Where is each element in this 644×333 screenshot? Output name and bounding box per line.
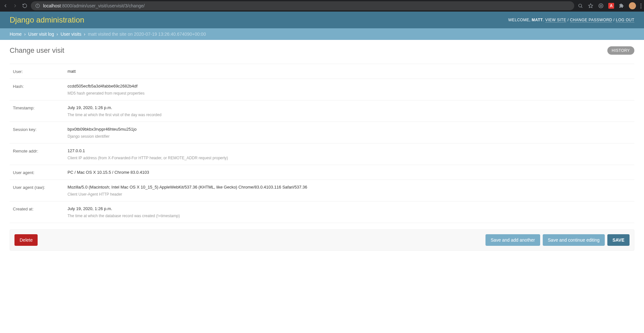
extension-puzzle-icon[interactable] [619, 3, 624, 9]
username: MATT [532, 18, 543, 22]
field-label: Created at: [13, 206, 68, 211]
form-row: Timestamp:July 19, 2020, 1:26 p.m.The ti… [10, 100, 634, 122]
field-help: Client User-Agent HTTP header [68, 192, 634, 197]
profile-avatar[interactable] [629, 2, 636, 9]
url-path: :8000/admin/user_visit/uservisit/3/chang… [61, 3, 145, 8]
svg-point-6 [599, 4, 603, 8]
save-continue-button[interactable] [543, 234, 605, 246]
field-label: User agent: [13, 170, 68, 175]
extension-a-icon[interactable]: A [608, 3, 614, 9]
content: Change user visit HISTORY User:mattHash:… [0, 40, 644, 260]
form-row: Hash:ccdd505ecfb5a3d4fabbe69c2682b4dfMD5… [10, 79, 634, 100]
url-bar[interactable]: localhost:8000/admin/user_visit/uservisi… [31, 1, 574, 10]
field-value: July 19, 2020, 1:26 p.m. [68, 105, 634, 110]
logout-link[interactable]: LOG OUT [616, 18, 634, 23]
breadcrumbs: Home › User visit log › User visits › ma… [0, 28, 644, 40]
delete-button[interactable]: Delete [14, 234, 38, 246]
field-label: Timestamp: [13, 105, 68, 110]
field-label: User: [13, 69, 68, 74]
svg-marker-5 [588, 4, 593, 8]
form-row: User:matt [10, 64, 634, 79]
browser-chrome: localhost:8000/admin/user_visit/uservisi… [0, 0, 644, 12]
submit-row: Delete [10, 229, 634, 251]
fieldset: User:mattHash:ccdd505ecfb5a3d4fabbe69c26… [10, 61, 634, 223]
svg-point-7 [600, 5, 602, 6]
field-help: The time at which the first visit of the… [68, 113, 634, 117]
save-button[interactable] [607, 234, 630, 246]
form-row: User agent (raw):Mozilla/5.0 (Macintosh;… [10, 180, 634, 201]
view-site-link[interactable]: VIEW SITE [545, 18, 566, 23]
field-value: matt [68, 69, 634, 74]
svg-point-2 [38, 5, 38, 5]
zoom-icon[interactable] [577, 3, 583, 9]
svg-line-4 [581, 7, 582, 8]
field-box: bpx0tb09bkbx3rvppr46hteu5mu251joDjango s… [68, 126, 634, 139]
breadcrumb-model[interactable]: User visits [60, 32, 81, 37]
breadcrumb-current: matt visited the site on 2020-07-19 13:2… [88, 32, 206, 37]
field-box: PC / Mac OS X 10.15.5 / Chrome 83.0.4103 [68, 170, 634, 175]
field-box: July 19, 2020, 1:26 p.m.The time at whic… [68, 206, 634, 218]
content-header: Change user visit HISTORY [10, 46, 634, 55]
form-row: Session key:bpx0tb09bkbx3rvppr46hteu5mu2… [10, 122, 634, 143]
field-value: PC / Mac OS X 10.15.5 / Chrome 83.0.4103 [68, 170, 634, 175]
star-icon[interactable] [588, 3, 594, 9]
breadcrumb-sep: › [23, 32, 27, 37]
reload-icon[interactable] [22, 3, 28, 9]
field-box: matt [68, 69, 634, 74]
form-row: Remote addr:127.0.0.1Client IP address (… [10, 143, 634, 165]
django-header: Django administration WELCOME, MATT. VIE… [0, 12, 644, 28]
nav-arrows [3, 3, 28, 9]
menu-dots-icon[interactable] [640, 4, 641, 8]
field-help: MD5 hash generated from request properti… [68, 91, 634, 96]
field-label: Session key: [13, 126, 68, 132]
field-label: User agent (raw): [13, 184, 68, 190]
form-row: Created at:July 19, 2020, 1:26 p.m.The t… [10, 201, 634, 223]
field-value: July 19, 2020, 1:26 p.m. [68, 206, 634, 211]
field-help: The time at which the database record wa… [68, 214, 634, 218]
url-host: localhost [43, 3, 61, 8]
field-value: Mozilla/5.0 (Macintosh; Intel Mac OS X 1… [68, 184, 634, 190]
field-box: 127.0.0.1Client IP address (from X-Forwa… [68, 148, 634, 160]
field-box: July 19, 2020, 1:26 p.m.The time at whic… [68, 105, 634, 117]
forward-icon[interactable] [12, 3, 18, 9]
field-help: Client IP address (from X-Forwarded-For … [68, 156, 634, 160]
save-add-another-button[interactable] [485, 234, 540, 246]
field-box: Mozilla/5.0 (Macintosh; Intel Mac OS X 1… [68, 184, 634, 197]
field-value: 127.0.0.1 [68, 148, 634, 153]
breadcrumb-home[interactable]: Home [10, 32, 22, 37]
field-value: bpx0tb09bkbx3rvppr46hteu5mu251jo [68, 126, 634, 132]
chrome-right: A [577, 2, 641, 9]
history-button[interactable]: HISTORY [607, 46, 634, 55]
change-form: User:mattHash:ccdd505ecfb5a3d4fabbe69c26… [10, 61, 634, 251]
form-row: User agent:PC / Mac OS X 10.15.5 / Chrom… [10, 165, 634, 180]
url-text: localhost:8000/admin/user_visit/uservisi… [43, 3, 145, 8]
field-box: ccdd505ecfb5a3d4fabbe69c2682b4dfMD5 hash… [68, 83, 634, 96]
svg-point-3 [579, 4, 582, 7]
field-value: ccdd505ecfb5a3d4fabbe69c2682b4df [68, 83, 634, 88]
info-icon[interactable] [35, 3, 41, 9]
field-help: Django session identifier [68, 134, 634, 139]
welcome-text: WELCOME, [508, 18, 531, 22]
user-tools: WELCOME, MATT. VIEW SITE / CHANGE PASSWO… [508, 18, 634, 22]
incognito-icon[interactable] [598, 3, 604, 9]
site-name[interactable]: Django administration [10, 15, 84, 24]
breadcrumb-app[interactable]: User visit log [28, 32, 54, 37]
page-title: Change user visit [10, 46, 64, 55]
change-password-link[interactable]: CHANGE PASSWORD [570, 18, 612, 23]
breadcrumb-sep: › [83, 32, 87, 37]
breadcrumb-sep: › [55, 32, 59, 37]
field-label: Remote addr: [13, 148, 68, 153]
back-icon[interactable] [3, 3, 8, 9]
field-label: Hash: [13, 83, 68, 89]
